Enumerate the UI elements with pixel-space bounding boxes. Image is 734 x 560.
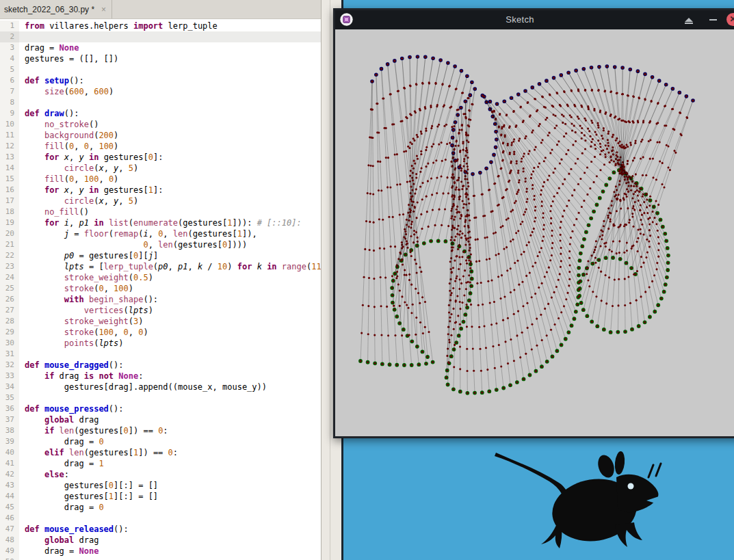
code-line: 46	[0, 513, 321, 524]
close-button[interactable]: ✕	[726, 13, 734, 26]
line-number: 25	[0, 283, 19, 294]
code-line-text	[19, 513, 321, 524]
code-line-text: if drag is not None:	[19, 371, 321, 382]
code-line-text: def mouse_released():	[19, 524, 321, 535]
code-line-text: gestures[0][:] = []	[19, 480, 321, 491]
code-line: 6def setup():	[0, 75, 321, 86]
mouse-tail	[495, 453, 567, 494]
code-line-text: def mouse_pressed():	[19, 403, 321, 414]
code-line: 12 fill(0, 0, 100)	[0, 141, 321, 152]
line-number: 11	[0, 130, 19, 141]
code-line: 24 stroke_weight(0.5)	[0, 272, 321, 283]
mouse-eye	[628, 483, 634, 490]
line-number: 22	[0, 250, 19, 261]
code-line: 31	[0, 349, 321, 360]
line-number: 3	[0, 42, 19, 53]
code-line: 34 gestures[drag].append((mouse_x, mouse…	[0, 382, 321, 392]
line-number: 46	[0, 513, 19, 524]
line-number: 26	[0, 294, 19, 305]
file-tab-label: sketch_2022_06_30.py *	[4, 5, 94, 14]
line-number: 43	[0, 480, 19, 491]
code-line: 29 stroke(100, 0, 0)	[0, 327, 321, 338]
code-line: 45 drag = 0	[0, 502, 321, 513]
file-tab[interactable]: sketch_2022_06_30.py * ×	[0, 0, 112, 18]
code-line: 30 points(lpts)	[0, 338, 321, 349]
code-line-text: fill(0, 0, 100)	[19, 141, 321, 152]
line-number: 40	[0, 447, 19, 458]
mouse-head	[616, 475, 658, 512]
code-line-text: points(lpts)	[19, 338, 321, 349]
code-text-area[interactable]: 1from villares.helpers import lerp_tuple…	[0, 21, 321, 560]
code-line: 25 stroke(0, 100)	[0, 283, 321, 294]
line-number: 23	[0, 261, 19, 272]
code-line-text: no_stroke()	[19, 119, 321, 130]
maximize-button[interactable]	[681, 10, 696, 29]
code-line-text: drag = 0	[19, 436, 321, 447]
mouse-ear	[595, 453, 616, 479]
line-number: 5	[0, 64, 19, 75]
line-number: 18	[0, 206, 19, 217]
code-line: 9def draw():	[0, 108, 321, 119]
code-line-text: vertices(lpts)	[19, 305, 321, 316]
maximize-icon	[685, 18, 693, 22]
code-line: 10 no_stroke()	[0, 119, 321, 130]
line-number: 50	[0, 557, 19, 560]
line-number: 48	[0, 535, 19, 546]
code-line-text: for x, y in gestures[1]:	[19, 185, 321, 196]
code-line: 41 drag = 1	[0, 458, 321, 469]
line-number: 12	[0, 141, 19, 152]
line-number: 20	[0, 228, 19, 239]
code-line: 3drag = None	[0, 42, 321, 53]
tab-close-icon[interactable]: ×	[101, 5, 106, 14]
code-line: 2	[0, 31, 321, 42]
code-line: 50	[0, 557, 321, 560]
line-number: 17	[0, 196, 19, 206]
code-line-text: background(200)	[19, 130, 321, 141]
code-line-text: global drag	[19, 414, 321, 425]
line-number: 1	[0, 21, 19, 31]
code-line-text: with begin_shape():	[19, 294, 321, 305]
code-line-text: p0 = gestures[0][j]	[19, 250, 321, 261]
line-number: 39	[0, 436, 19, 447]
line-number: 42	[0, 469, 19, 480]
code-editor-pane: sketch_2022_06_30.py * × 1from villares.…	[0, 0, 321, 560]
code-line-text	[19, 97, 321, 108]
code-line: 22 p0 = gestures[0][j]	[0, 250, 321, 261]
line-number: 35	[0, 392, 19, 403]
mouse-ear-2	[614, 451, 625, 475]
line-number: 45	[0, 502, 19, 513]
code-line: 43 gestures[0][:] = []	[0, 480, 321, 491]
sketch-titlebar[interactable]: Sketch ✕	[335, 10, 734, 29]
maximize-icon-bar	[685, 23, 693, 24]
code-line: 27 vertices(lpts)	[0, 305, 321, 316]
code-line: 42 else:	[0, 469, 321, 480]
code-line: 48 global drag	[0, 535, 321, 546]
line-number: 4	[0, 53, 19, 64]
minimize-button[interactable]	[706, 10, 720, 29]
code-line: 47def mouse_released():	[0, 524, 321, 535]
line-number: 41	[0, 458, 19, 469]
code-line-text: drag = 0	[19, 502, 321, 513]
code-line: 21 0, len(gestures[0])))	[0, 239, 321, 250]
code-line: 23 lpts = [lerp_tuple(p0, p1, k / 10) fo…	[0, 261, 321, 272]
minimize-icon	[709, 19, 717, 21]
code-line-text: circle(x, y, 5)	[19, 163, 321, 174]
code-line-text: def mouse_dragged():	[19, 360, 321, 371]
code-line-text: stroke(0, 100)	[19, 283, 321, 294]
line-number: 44	[0, 491, 19, 502]
line-number: 19	[0, 217, 19, 228]
window-title: Sketch	[335, 14, 705, 25]
code-line: 1from villares.helpers import lerp_tuple	[0, 21, 321, 31]
code-line-text: for x, y in gestures[0]:	[19, 152, 321, 163]
code-line: 20 j = floor(remap(i, 0, len(gestures[1]…	[0, 228, 321, 239]
code-line-text: fill(0, 100, 0)	[19, 174, 321, 185]
line-number: 49	[0, 546, 19, 557]
editor-tab-bar: sketch_2022_06_30.py * ×	[0, 0, 321, 19]
code-line-text	[19, 31, 321, 42]
code-line-text: gestures[drag].append((mouse_x, mouse_y)…	[19, 382, 321, 392]
code-line-text	[19, 557, 321, 560]
sketch-canvas[interactable]	[335, 29, 734, 436]
line-number: 33	[0, 371, 19, 382]
code-line-text	[19, 349, 321, 360]
code-line: 15 fill(0, 100, 0)	[0, 174, 321, 185]
